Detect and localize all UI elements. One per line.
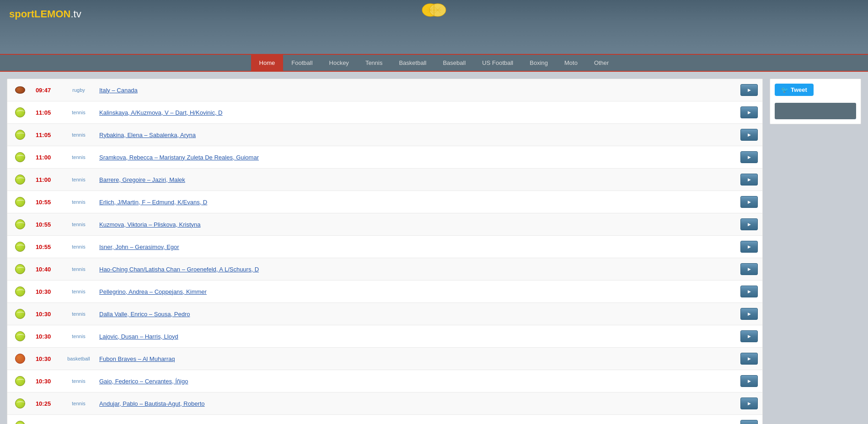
nav-other[interactable]: Other bbox=[586, 55, 617, 71]
nav-hockey[interactable]: Hockey bbox=[321, 55, 357, 71]
event-name-link[interactable]: Erlich, J/Martin, F – Edmund, K/Evans, D bbox=[99, 199, 740, 206]
table-row: 10:55tennisKuzmova, Viktoria – Pliskova,… bbox=[7, 213, 762, 236]
event-time: 09:47 bbox=[28, 87, 58, 94]
event-name-link[interactable]: Hao-Ching Chan/Latisha Chan – Groenefeld… bbox=[99, 266, 740, 273]
tennis-icon bbox=[12, 104, 28, 121]
table-row: 10:30tennisDalla Valle, Enrico – Sousa, … bbox=[7, 303, 762, 325]
watch-button[interactable] bbox=[740, 353, 758, 365]
watch-button[interactable] bbox=[740, 241, 758, 253]
tweet-button[interactable]: 🐦 Tweet bbox=[775, 84, 814, 96]
table-row: 10:40tennisHao-Ching Chan/Latisha Chan –… bbox=[7, 258, 762, 281]
event-time: 10:25 bbox=[28, 423, 58, 424]
nav-football[interactable]: Football bbox=[283, 55, 321, 71]
event-sport-label: tennis bbox=[58, 222, 99, 227]
watch-button[interactable] bbox=[740, 375, 758, 387]
watch-button[interactable] bbox=[740, 308, 758, 320]
event-sport-label: tennis bbox=[58, 177, 99, 182]
event-name-link[interactable]: Andujar, Pablo – Bautista-Agut, Roberto bbox=[99, 400, 740, 407]
table-row: 10:30tennisPellegrino, Andrea – Coppejan… bbox=[7, 281, 762, 303]
sidebar-tweet-box: 🐦 Tweet bbox=[770, 79, 861, 124]
tennis-icon bbox=[12, 149, 28, 165]
nav-bar: Home Football Hockey Tennis Basketball B… bbox=[0, 55, 868, 72]
table-row: 11:05tennisKalinskaya, A/Kuzmova, V – Da… bbox=[7, 101, 762, 124]
event-time: 10:55 bbox=[28, 221, 58, 228]
event-sport-label: tennis bbox=[58, 110, 99, 115]
watch-button[interactable] bbox=[740, 218, 758, 230]
logo-sport: sport bbox=[9, 8, 34, 20]
nav-boxing[interactable]: Boxing bbox=[521, 55, 556, 71]
event-time: 10:30 bbox=[28, 311, 58, 318]
nav-moto[interactable]: Moto bbox=[556, 55, 586, 71]
events-list: 09:47rugbyItaly – Canada11:05tennisKalin… bbox=[7, 79, 763, 424]
event-sport-label: tennis bbox=[58, 244, 99, 249]
event-name-link[interactable]: Kalinskaya, A/Kuzmova, V – Dart, H/Kovin… bbox=[99, 109, 740, 116]
event-name-link[interactable]: Kuzmova, Viktoria – Pliskova, Kristyna bbox=[99, 221, 740, 228]
watch-button[interactable] bbox=[740, 151, 758, 163]
table-row: 10:55tennisIsner, John – Gerasimov, Egor bbox=[7, 236, 762, 258]
lemon-icon bbox=[420, 1, 448, 19]
event-time: 10:40 bbox=[28, 266, 58, 273]
tennis-icon bbox=[12, 238, 28, 255]
watch-button[interactable] bbox=[740, 129, 758, 141]
watch-button[interactable] bbox=[740, 196, 758, 208]
event-time: 10:30 bbox=[28, 355, 58, 362]
event-time: 10:55 bbox=[28, 199, 58, 206]
watch-button[interactable] bbox=[740, 398, 758, 409]
header: sportLEMON.tv bbox=[0, 0, 868, 55]
table-row: 11:00tennisBarrere, Gregoire – Jaziri, M… bbox=[7, 169, 762, 191]
event-name-link[interactable]: Tsitsipas, Stefanos – Mannarino, Adrian bbox=[99, 423, 740, 424]
tennis-icon bbox=[12, 283, 28, 300]
site-logo[interactable]: sportLEMON.tv bbox=[9, 8, 81, 20]
watch-button[interactable] bbox=[740, 286, 758, 297]
tennis-icon bbox=[12, 418, 28, 424]
event-name-link[interactable]: Lajovic, Dusan – Harris, Lloyd bbox=[99, 333, 740, 340]
event-time: 10:55 bbox=[28, 244, 58, 250]
sidebar-ad-bar bbox=[775, 103, 856, 119]
event-sport-label: tennis bbox=[58, 401, 99, 406]
nav-baseball[interactable]: Baseball bbox=[434, 55, 474, 71]
tennis-icon bbox=[12, 306, 28, 322]
twitter-icon: 🐦 bbox=[781, 86, 788, 93]
table-row: 10:55tennisErlich, J/Martin, F – Edmund,… bbox=[7, 191, 762, 213]
event-sport-label: tennis bbox=[58, 154, 99, 160]
watch-button[interactable] bbox=[740, 420, 758, 424]
nav-home[interactable]: Home bbox=[251, 55, 284, 71]
watch-button[interactable] bbox=[740, 174, 758, 186]
watch-button[interactable] bbox=[740, 330, 758, 342]
event-sport-label: rugby bbox=[58, 87, 99, 93]
event-name-link[interactable]: Dalla Valle, Enrico – Sousa, Pedro bbox=[99, 311, 740, 318]
table-row: 10:30basketballFubon Braves – Al Muharra… bbox=[7, 348, 762, 370]
event-name-link[interactable]: Gaio, Federico – Cervantes, Íñigo bbox=[99, 378, 740, 385]
table-row: 10:30tennisLajovic, Dusan – Harris, Lloy… bbox=[7, 325, 762, 348]
main-container: 09:47rugbyItaly – Canada11:05tennisKalin… bbox=[0, 72, 868, 424]
event-time: 11:00 bbox=[28, 154, 58, 161]
event-time: 11:00 bbox=[28, 176, 58, 183]
event-sport-label: tennis bbox=[58, 311, 99, 317]
watch-button[interactable] bbox=[740, 263, 758, 275]
event-name-link[interactable]: Italy – Canada bbox=[99, 87, 740, 94]
event-name-link[interactable]: Fubon Braves – Al Muharraq bbox=[99, 355, 740, 362]
event-sport-label: tennis bbox=[58, 289, 99, 294]
event-name-link[interactable]: Pellegrino, Andrea – Coppejans, Kimmer bbox=[99, 288, 740, 295]
event-sport-label: tennis bbox=[58, 378, 99, 384]
nav-us-football[interactable]: US Football bbox=[474, 55, 521, 71]
event-name-link[interactable]: Barrere, Gregoire – Jaziri, Malek bbox=[99, 176, 740, 183]
tennis-icon bbox=[12, 171, 28, 188]
nav-basketball[interactable]: Basketball bbox=[391, 55, 434, 71]
tennis-icon bbox=[12, 395, 28, 412]
tennis-icon bbox=[12, 328, 28, 344]
basketball-icon bbox=[12, 350, 28, 367]
event-time: 10:25 bbox=[28, 400, 58, 407]
tweet-label: Tweet bbox=[791, 86, 807, 93]
event-sport-label: tennis bbox=[58, 199, 99, 205]
watch-button[interactable] bbox=[740, 84, 758, 96]
event-sport-label: tennis bbox=[58, 266, 99, 272]
event-name-link[interactable]: Sramkova, Rebecca – Maristany Zuleta De … bbox=[99, 154, 740, 161]
nav-tennis[interactable]: Tennis bbox=[357, 55, 391, 71]
event-name-link[interactable]: Isner, John – Gerasimov, Egor bbox=[99, 244, 740, 250]
event-sport-label: tennis bbox=[58, 334, 99, 339]
table-row: 09:47rugbyItaly – Canada bbox=[7, 79, 762, 101]
event-name-link[interactable]: Rybakina, Elena – Sabalenka, Aryna bbox=[99, 132, 740, 138]
tennis-icon bbox=[12, 261, 28, 277]
watch-button[interactable] bbox=[740, 106, 758, 118]
